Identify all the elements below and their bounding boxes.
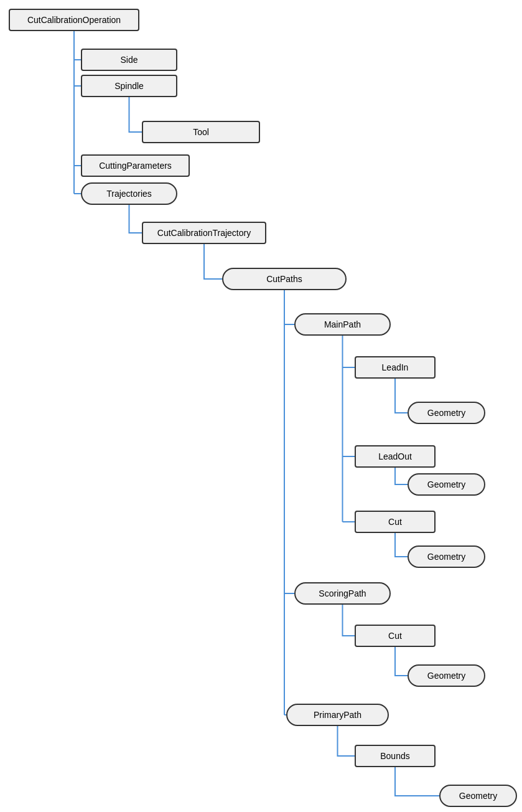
node-geometry3: Geometry — [408, 545, 485, 568]
node-spindle: Spindle — [81, 75, 177, 97]
node-primaryPath: PrimaryPath — [286, 704, 389, 726]
node-tool: Tool — [142, 121, 260, 143]
node-cutCalibrationOperation: CutCalibrationOperation — [9, 9, 139, 31]
node-leadOut: LeadOut — [355, 445, 436, 468]
node-cut2: Cut — [355, 625, 436, 647]
node-geometry5: Geometry — [439, 785, 517, 807]
node-bounds: Bounds — [355, 745, 436, 767]
node-cutCalibrationTrajectory: CutCalibrationTrajectory — [142, 222, 266, 244]
node-geometry4: Geometry — [408, 664, 485, 687]
node-mainPath: MainPath — [294, 313, 391, 336]
node-scoringPath: ScoringPath — [294, 582, 391, 605]
node-geometry2: Geometry — [408, 473, 485, 496]
node-geometry1: Geometry — [408, 402, 485, 424]
node-leadIn: LeadIn — [355, 356, 436, 379]
node-cuttingParameters: CuttingParameters — [81, 154, 190, 177]
node-trajectories: Trajectories — [81, 182, 177, 205]
node-side: Side — [81, 49, 177, 71]
node-cut1: Cut — [355, 511, 436, 533]
node-cutPaths: CutPaths — [222, 268, 347, 290]
tree-diagram: CutCalibrationOperationSideSpindleToolCu… — [0, 0, 522, 812]
